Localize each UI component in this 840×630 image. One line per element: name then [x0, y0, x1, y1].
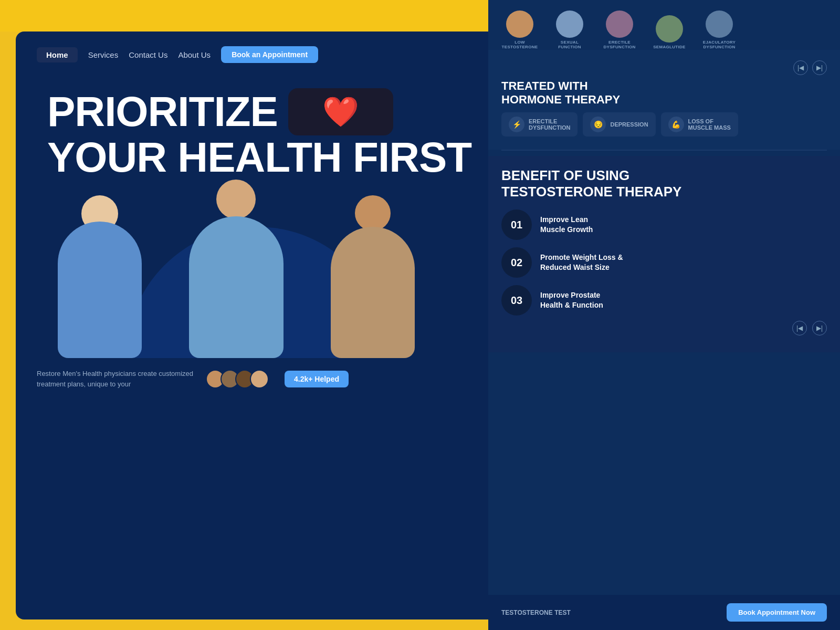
book-appointment-button[interactable]: Book an Appointment: [221, 46, 318, 63]
person-center-body: [189, 216, 284, 358]
nav-services[interactable]: Services: [88, 50, 119, 59]
benefit-number-1: 01: [501, 209, 532, 240]
treated-title: TREATED WITH HORMONE THERAPY: [501, 79, 827, 107]
sema-label: SEMAGLUTIDE: [653, 45, 686, 50]
benefit-bottom-nav: |◀ ▶|: [501, 316, 827, 341]
benefit-title-line2: TESTOSTERONE THERAPY: [501, 184, 827, 200]
nav-home[interactable]: Home: [37, 47, 78, 62]
carousel-prev-button[interactable]: |◀: [793, 60, 808, 75]
treated-title-line1: TREATED WITH: [501, 79, 827, 93]
benefit-section: BENEFIT OF USING TESTOSTERONE THERAPY 01…: [488, 156, 840, 352]
ejac-label: EJACULATORYDYSFUNCTION: [703, 40, 736, 50]
hero-title-line2: YOUR HEALTH FIRST: [47, 135, 478, 180]
erectile-avatar: [606, 10, 633, 38]
benefit-text-1: Improve LeanMuscle Growth: [540, 215, 593, 235]
person-left: [47, 195, 152, 358]
heart-icon: ❤️: [322, 97, 359, 128]
navigation: Home Services Contact Us About Us Book a…: [16, 32, 499, 78]
benefit-item-1: 01 Improve LeanMuscle Growth: [501, 209, 827, 240]
low-t-label: LOWTESTOSTERONE: [502, 40, 538, 50]
benefit-next-button[interactable]: ▶|: [812, 321, 827, 335]
person-right-body: [331, 227, 415, 358]
benefit-title-line1: BENEFIT OF USING: [501, 167, 827, 184]
nav-contact[interactable]: Contact Us: [129, 50, 167, 59]
hero-title-line1: PRIORITIZE: [47, 90, 278, 134]
benefit-text-3: Improve ProstateHealth & Function: [540, 290, 603, 311]
benefit-item-3: 03 Improve ProstateHealth & Function: [501, 285, 827, 316]
tag-depression[interactable]: 😔 DEPRESSION: [583, 112, 655, 136]
nav-about[interactable]: About Us: [178, 50, 211, 59]
condition-sexual-function[interactable]: SEXUALFUNCTION: [546, 10, 593, 50]
ejac-avatar: [706, 10, 733, 38]
right-footer: TESTOSTERONE TEST Book Appointment Now: [488, 595, 840, 630]
benefit-text-2: Promote Weight Loss &Reduced Waist Size: [540, 253, 623, 273]
benefit-number-3: 03: [501, 285, 532, 316]
footer-section: Restore Men's Health physicians create c…: [16, 358, 499, 400]
main-card: Home Services Contact Us About Us Book a…: [16, 32, 499, 620]
section-divider: [501, 150, 827, 151]
person-center: [178, 180, 294, 358]
condition-tags: ⚡ ERECTILEDYSFUNCTION 😔 DEPRESSION 💪 LOS…: [501, 107, 827, 142]
right-panel: LOWTESTOSTERONE SEXUALFUNCTION ERECTILED…: [488, 0, 840, 630]
person-center-head: [216, 180, 256, 219]
footer-description: Restore Men's Health physicians create c…: [37, 369, 194, 389]
erectile-tag-icon: ⚡: [509, 117, 524, 132]
person-right-head: [355, 195, 391, 231]
condition-semaglutide[interactable]: SEMAGLUTIDE: [646, 15, 693, 50]
tag-erectile[interactable]: ⚡ ERECTILEDYSFUNCTION: [501, 112, 578, 136]
sexual-fn-label: SEXUALFUNCTION: [558, 40, 581, 50]
book-appointment-now-button[interactable]: Book Appointment Now: [727, 603, 827, 622]
condition-ejaculatory[interactable]: EJACULATORYDYSFUNCTION: [696, 10, 743, 50]
carousel-nav: |◀ ▶|: [793, 60, 827, 75]
avatar-4: [250, 370, 269, 388]
sema-avatar: [656, 15, 683, 43]
person-left-body: [58, 222, 142, 358]
muscle-loss-tag-icon: 💪: [668, 117, 684, 132]
hero-title: PRIORITIZE ❤️ YOUR HEALTH FIRST: [47, 88, 478, 180]
benefit-list: 01 Improve LeanMuscle Growth 02 Promote …: [501, 209, 827, 316]
sexual-fn-avatar: [556, 10, 583, 38]
muscle-loss-tag-label: LOSS OFMUSCLE MASS: [688, 118, 731, 131]
treated-section: |◀ ▶| TREATED WITH HORMONE THERAPY ⚡ ERE…: [488, 50, 840, 150]
depression-tag-label: DEPRESSION: [610, 121, 648, 128]
hero-section: PRIORITIZE ❤️ YOUR HEALTH FIRST: [16, 78, 499, 180]
condition-low-testosterone[interactable]: LOWTESTOSTERONE: [496, 10, 543, 50]
depression-tag-icon: 😔: [590, 117, 606, 132]
treated-nav: |◀ ▶|: [501, 60, 827, 75]
treated-title-line2: HORMONE THERAPY: [501, 93, 827, 107]
conditions-strip: LOWTESTOSTERONE SEXUALFUNCTION ERECTILED…: [488, 0, 840, 50]
helped-badge: 4.2k+ Helped: [285, 371, 349, 387]
test-label: TESTOSTERONE TEST: [501, 609, 571, 616]
people-section: [16, 180, 499, 358]
condition-erectile-dysfunction[interactable]: ERECTILEDYSFUNCTION: [596, 10, 643, 50]
erectile-label: ERECTILEDYSFUNCTION: [603, 40, 635, 50]
benefit-number-2: 02: [501, 247, 532, 278]
erectile-tag-label: ERECTILEDYSFUNCTION: [529, 118, 570, 131]
person-right: [320, 195, 425, 358]
benefit-item-2: 02 Promote Weight Loss &Reduced Waist Si…: [501, 247, 827, 278]
heart-badge: ❤️: [288, 88, 393, 135]
avatar-group: [210, 370, 269, 388]
benefit-title: BENEFIT OF USING TESTOSTERONE THERAPY: [501, 167, 827, 200]
benefit-prev-button[interactable]: |◀: [792, 321, 807, 335]
tag-muscle-loss[interactable]: 💪 LOSS OFMUSCLE MASS: [661, 112, 738, 136]
low-t-avatar: [506, 10, 533, 38]
carousel-next-button[interactable]: ▶|: [812, 60, 827, 75]
